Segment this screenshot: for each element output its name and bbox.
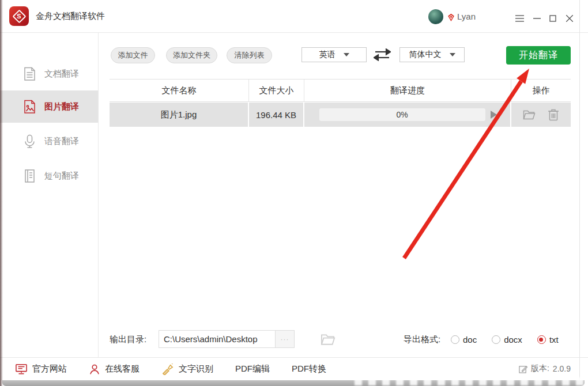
- cell-filename: 图片1.jpg: [110, 103, 249, 127]
- table-header: 文件名称 文件大小 翻译进度 操作: [110, 79, 571, 102]
- cell-actions: [511, 103, 571, 127]
- sidebar-item-label: 文档翻译: [44, 69, 79, 80]
- edit-icon: [519, 365, 527, 373]
- footer-link-label: 文字识别: [179, 364, 213, 374]
- sidebar-item-label: 语音翻译: [44, 136, 79, 147]
- monitor-icon: [15, 364, 28, 375]
- col-header-actions: 操作: [511, 80, 571, 101]
- progress-value: 0%: [396, 110, 408, 119]
- radio-circle-icon: [451, 335, 459, 344]
- open-output-folder-icon[interactable]: [319, 331, 337, 347]
- cell-filesize: 196.44 KB: [249, 103, 304, 127]
- chevron-down-icon: [450, 53, 455, 56]
- radio-label: doc: [463, 335, 477, 345]
- col-header-progress: 翻译进度: [304, 80, 511, 101]
- radio-circle-icon: [537, 335, 546, 344]
- trash-icon[interactable]: [546, 108, 560, 122]
- source-language-select[interactable]: 英语: [301, 47, 367, 62]
- window-left-edge: [0, 0, 3, 386]
- footer-link-label: PDF转换: [292, 364, 326, 374]
- output-path-input[interactable]: [159, 331, 275, 347]
- browse-button[interactable]: ···: [275, 331, 294, 347]
- footer-link-ocr[interactable]: 文字识别: [161, 364, 213, 375]
- sidebar-item-voice-translate[interactable]: 语音翻译: [0, 125, 98, 157]
- export-format-label: 导出格式:: [404, 331, 440, 349]
- start-translate-button[interactable]: 开始翻译: [506, 46, 571, 65]
- add-file-button[interactable]: 添加文件: [111, 47, 155, 63]
- version-info: 版本: 2.0.9: [519, 357, 571, 380]
- sidebar: 文档翻译 图片翻译 语音翻译 短句翻译: [0, 33, 99, 357]
- footer-link-label: 在线客服: [105, 364, 140, 374]
- col-header-filename: 文件名称: [110, 80, 249, 101]
- source-language-value: 英语: [319, 50, 336, 60]
- radio-label: txt: [549, 335, 559, 345]
- radio-circle-icon: [492, 335, 500, 344]
- version-label: 版本:: [531, 364, 549, 374]
- app-logo-icon: [9, 6, 29, 26]
- add-folder-button[interactable]: 添加文件夹: [166, 47, 217, 63]
- version-number: 2.0.9: [553, 364, 571, 373]
- sidebar-item-label: 图片翻译: [44, 101, 79, 112]
- progress-bar: 0%: [319, 108, 485, 121]
- sidebar-item-label: 短句翻译: [44, 171, 79, 181]
- export-format-group: doc docx txt: [451, 331, 559, 349]
- col-header-filesize: 文件大小: [249, 80, 304, 101]
- sidebar-item-document-translate[interactable]: 文档翻译: [0, 58, 98, 90]
- footer-link-support[interactable]: 在线客服: [89, 364, 140, 375]
- table-row: 图片1.jpg 196.44 KB 0%: [110, 103, 571, 127]
- window-right-edge: [579, 0, 580, 380]
- footer-link-label: PDF编辑: [235, 364, 270, 374]
- radio-label: docx: [504, 335, 522, 345]
- radio-txt[interactable]: txt: [537, 335, 559, 345]
- cell-progress: 0%: [304, 103, 511, 127]
- watermark: [355, 377, 585, 385]
- user-avatar[interactable]: [428, 9, 443, 24]
- sidebar-item-image-translate[interactable]: 图片翻译: [0, 90, 98, 123]
- output-dir-label: 输出目录:: [110, 331, 146, 349]
- chevron-down-icon: [344, 53, 349, 56]
- maximize-icon[interactable]: [546, 12, 559, 25]
- swap-languages-icon[interactable]: [374, 48, 391, 61]
- microphone-icon: [22, 134, 37, 149]
- app-title: 金舟文档翻译软件: [36, 0, 105, 32]
- close-icon[interactable]: [563, 12, 576, 25]
- sidebar-item-phrase-translate[interactable]: 短句翻译: [0, 160, 98, 192]
- open-folder-icon[interactable]: [522, 108, 536, 122]
- radio-docx[interactable]: docx: [492, 335, 522, 345]
- vip-badge-icon: [447, 13, 455, 22]
- document-icon: [22, 66, 37, 82]
- target-language-value: 简体中文: [409, 50, 442, 60]
- target-language-select[interactable]: 简体中文: [399, 47, 465, 62]
- app-window: 金舟文档翻译软件 Lyan 文档翻译 图片翻译: [0, 0, 588, 386]
- phrase-icon: [22, 168, 37, 184]
- menu-icon[interactable]: [513, 12, 526, 25]
- image-icon: [22, 99, 37, 115]
- play-icon[interactable]: [491, 111, 497, 119]
- footer-link-website[interactable]: 官方网站: [15, 364, 67, 375]
- minimize-icon[interactable]: [530, 12, 543, 25]
- footer-link-label: 官方网站: [32, 364, 67, 374]
- radio-doc[interactable]: doc: [451, 335, 477, 345]
- footer-link-pdf-edit[interactable]: PDF编辑: [235, 364, 270, 374]
- output-path-field: ···: [159, 330, 295, 348]
- ocr-icon: [161, 364, 174, 375]
- username[interactable]: Lyan: [457, 0, 476, 32]
- footer-bar: 官方网站 在线客服 文字识别 PDF编辑 PDF转换: [0, 357, 588, 380]
- title-bar: 金舟文档翻译软件 Lyan: [0, 0, 588, 33]
- footer-link-pdf-convert[interactable]: PDF转换: [292, 364, 326, 374]
- person-icon: [89, 364, 100, 375]
- clear-list-button[interactable]: 清除列表: [227, 47, 272, 63]
